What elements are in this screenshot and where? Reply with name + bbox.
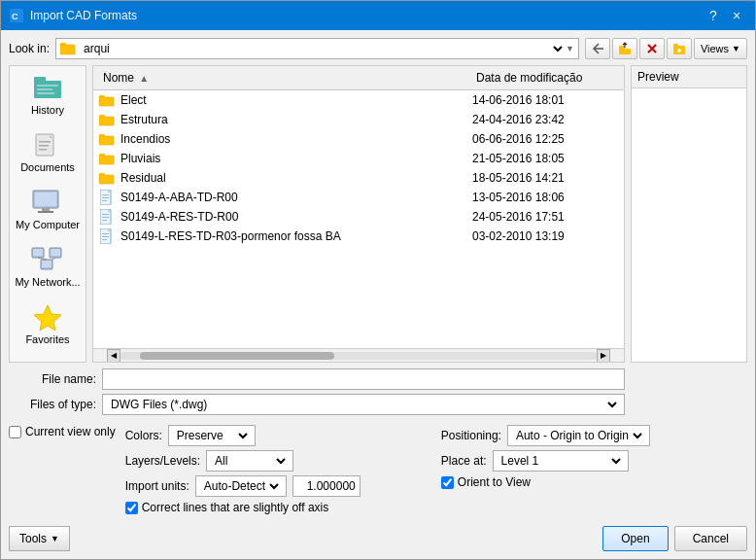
bottom-section: File name: Files of type: DWG Files (*.d…	[9, 368, 747, 415]
svg-rect-20	[42, 208, 50, 211]
look-in-select[interactable]: arqui ▼	[55, 38, 579, 59]
dialog-icon: C	[9, 8, 24, 23]
positioning-row: Positioning: Auto - Origin to Origin	[441, 425, 747, 446]
options-right: Positioning: Auto - Origin to Origin Pla…	[441, 425, 747, 489]
svg-rect-17	[39, 149, 47, 151]
folder-icon	[99, 112, 115, 127]
dialog-content: Look in: arqui ▼	[1, 30, 755, 559]
svg-rect-6	[619, 46, 625, 50]
colors-select[interactable]: Preserve	[168, 425, 256, 446]
table-row[interactable]: Estrutura24-04-2016 23:42	[93, 110, 624, 129]
svg-rect-57	[102, 214, 109, 215]
correct-lines-row: Correct lines that are slightly off axis	[125, 501, 431, 514]
import-units-select[interactable]: Auto-Detect	[195, 475, 287, 497]
table-row[interactable]: Pluviais21-05-2016 18:05	[93, 149, 624, 168]
place-at-select[interactable]: Level 1	[493, 450, 629, 472]
place-at-dropdown[interactable]: Level 1	[498, 453, 624, 469]
positioning-select[interactable]: Auto - Origin to Origin	[507, 425, 650, 446]
table-row[interactable]: S0149-L-RES-TD-R03-pormenor fossa BA03-0…	[93, 227, 624, 246]
place-at-label: Place at:	[441, 454, 487, 468]
delete-button[interactable]	[639, 38, 665, 59]
scroll-right-btn[interactable]: ▶	[597, 349, 610, 363]
svg-rect-43	[99, 136, 114, 145]
up-button[interactable]	[612, 38, 637, 59]
colors-row: Colors: Preserve	[125, 425, 431, 446]
computer-icon	[30, 189, 65, 216]
file-name: Estrutura	[120, 113, 466, 126]
title-bar: C Import CAD Formats ? ×	[1, 1, 755, 30]
filetype-dropdown[interactable]: DWG Files (*.dwg)	[107, 397, 620, 412]
correct-lines-label[interactable]: Correct lines that are slightly off axis	[142, 501, 329, 514]
cancel-button[interactable]: Cancel	[674, 526, 747, 551]
header-name[interactable]: Nome ▲	[99, 69, 472, 87]
file-date: 06-06-2016 12:25	[472, 132, 618, 146]
back-button[interactable]	[585, 38, 610, 59]
title-controls: ? ×	[703, 5, 747, 26]
tools-button[interactable]: Tools ▼	[9, 526, 70, 551]
filename-row: File name:	[9, 368, 747, 390]
svg-rect-12	[37, 88, 52, 90]
filename-input[interactable]	[102, 368, 625, 390]
look-in-dropdown[interactable]: arqui	[80, 39, 566, 58]
layers-dropdown[interactable]: All	[211, 453, 289, 469]
horizontal-scrollbar[interactable]: ◀ ▶	[93, 348, 624, 362]
positioning-dropdown[interactable]: Auto - Origin to Origin	[512, 428, 645, 443]
scroll-left-btn[interactable]: ◀	[107, 349, 120, 363]
table-row[interactable]: S0149-A-ABA-TD-R0013-05-2016 18:06	[93, 188, 624, 207]
buttons-row: Tools ▼ Open Cancel	[9, 524, 747, 551]
svg-text:C: C	[12, 12, 18, 21]
sidebar-item-documents[interactable]: Documents	[10, 123, 86, 181]
header-date[interactable]: Data de modificação	[472, 69, 618, 87]
open-button[interactable]: Open	[602, 526, 668, 551]
colors-label: Colors:	[125, 429, 162, 442]
svg-rect-8	[673, 44, 678, 47]
desktop-icon	[30, 361, 65, 363]
svg-rect-46	[99, 156, 114, 164]
table-row[interactable]: S0149-A-RES-TD-R0024-05-2016 17:51	[93, 207, 624, 227]
views-button[interactable]: Views ▼	[694, 38, 747, 59]
folder-icon	[99, 131, 115, 147]
svg-rect-41	[99, 115, 105, 118]
file-date: 13-05-2016 18:06	[472, 191, 618, 204]
sidebar-item-desktop[interactable]: Desktop	[10, 353, 86, 363]
current-view-label[interactable]: Current view only	[25, 425, 116, 438]
options-left: Current view only	[9, 425, 116, 438]
sidebar-item-history[interactable]: History	[10, 66, 86, 123]
file-date: 24-04-2016 23:42	[472, 113, 618, 126]
svg-rect-54	[102, 197, 109, 198]
svg-rect-16	[39, 145, 49, 147]
file-name: S0149-A-ABA-TD-R00	[120, 191, 466, 204]
table-row[interactable]: Elect14-06-2016 18:01	[93, 90, 624, 110]
place-at-row: Place at: Level 1	[441, 450, 747, 472]
close-button[interactable]: ×	[726, 5, 747, 26]
orient-checkbox[interactable]	[441, 476, 454, 489]
svg-rect-25	[51, 249, 60, 256]
h-scrollbar-thumb[interactable]	[140, 352, 334, 360]
current-view-checkbox[interactable]	[9, 426, 21, 438]
table-row[interactable]: Residual18-05-2016 14:21	[93, 168, 624, 188]
action-buttons: Open Cancel	[602, 526, 747, 551]
colors-dropdown[interactable]: Preserve	[173, 428, 251, 443]
table-row[interactable]: Incendios06-06-2016 12:25	[93, 129, 624, 149]
options-center: Colors: Preserve Layers/Levels: All	[125, 425, 431, 514]
filetype-select[interactable]: DWG Files (*.dwg)	[102, 394, 625, 415]
filetype-row: Files of type: DWG Files (*.dwg)	[9, 394, 747, 415]
sidebar-item-computer[interactable]: My Computer	[10, 181, 86, 238]
new-folder-button[interactable]	[667, 38, 692, 59]
toolbar-buttons: Views ▼	[585, 38, 747, 59]
h-scrollbar-track[interactable]	[120, 352, 597, 360]
layers-select[interactable]: All	[206, 450, 293, 472]
import-units-number[interactable]	[292, 475, 361, 497]
svg-rect-62	[102, 236, 109, 237]
help-button[interactable]: ?	[703, 5, 724, 26]
look-in-bar: Look in: arqui ▼	[9, 38, 747, 59]
svg-rect-63	[102, 239, 107, 240]
svg-rect-10	[34, 77, 46, 84]
import-units-dropdown[interactable]: Auto-Detect	[200, 478, 282, 494]
svg-marker-30	[34, 305, 61, 331]
sidebar-item-favorites[interactable]: Favorites	[10, 296, 86, 353]
orient-label[interactable]: Orient to View	[458, 475, 531, 489]
svg-rect-40	[99, 117, 114, 125]
sidebar-item-network[interactable]: My Network...	[10, 238, 86, 296]
correct-lines-checkbox[interactable]	[125, 502, 138, 514]
